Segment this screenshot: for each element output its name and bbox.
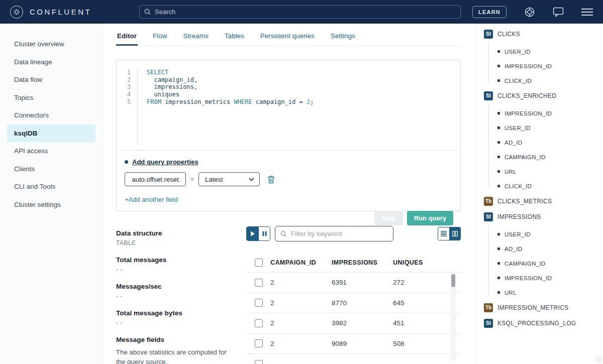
- list-view-icon: [441, 231, 447, 236]
- sidebar-item-data-lineage[interactable]: Data lineage: [7, 53, 95, 71]
- schema-field-campaign_id: CAMPAIGN_ID: [476, 256, 603, 271]
- brand[interactable]: CONFLUENT: [10, 6, 91, 19]
- line-number: 5: [117, 98, 131, 106]
- table-badge: Tb: [484, 303, 493, 312]
- scrollbar-thumb[interactable]: [451, 274, 455, 287]
- pause-button[interactable]: [258, 227, 270, 240]
- schema-item-ksql_processing_log[interactable]: StKSQL_PROCESSING_LOG: [476, 315, 603, 331]
- sidebar-item-cluster-overview[interactable]: Cluster overview: [7, 35, 95, 53]
- sql-editor[interactable]: 12345 SELECT campaign_id, impressions, u…: [117, 60, 460, 146]
- stat-title: Total message bytes: [116, 309, 237, 317]
- table-badge: Tb: [484, 197, 493, 206]
- run-query-button[interactable]: Run query: [407, 211, 453, 225]
- top-navbar: CONFLUENT LEARN: [0, 0, 603, 24]
- schema-field-label: IMPRESSION_ID: [505, 110, 552, 116]
- code-line: campaign_id,: [147, 76, 314, 84]
- property-key-input[interactable]: [125, 172, 186, 186]
- schema-field-label: CAMPAIGN_ID: [505, 261, 546, 267]
- property-value-select[interactable]: Latest: [198, 172, 260, 186]
- field-bullet-icon: [497, 112, 500, 114]
- schema-field-impression_id: IMPRESSION_ID: [476, 106, 603, 120]
- schema-item-clicks_metrics[interactable]: TbCLICKS_METRICS: [476, 193, 603, 209]
- play-pause-toggle: [246, 226, 270, 241]
- code-line: impressions,: [147, 83, 314, 91]
- schema-item-label: CLICKS_ENRICHED: [497, 92, 556, 99]
- help-lifering-icon[interactable]: [524, 7, 535, 18]
- tab-settings[interactable]: Settings: [330, 31, 356, 46]
- schema-item-clicks[interactable]: StCLICKS: [476, 26, 603, 42]
- sidebar-item-cluster-settings[interactable]: Cluster settings: [7, 196, 95, 214]
- table-row: 26391272: [246, 272, 461, 293]
- field-bullet-icon: [497, 248, 500, 250]
- row-checkbox[interactable]: [255, 319, 263, 327]
- sidebar-item-clients[interactable]: Clients: [7, 160, 95, 178]
- property-row: = Latest: [125, 172, 452, 186]
- filter-input[interactable]: [291, 230, 388, 237]
- column-header: UNIQUES: [393, 259, 461, 266]
- field-bullet-icon: [497, 233, 500, 235]
- tab-editor[interactable]: Editor: [116, 31, 138, 46]
- play-button[interactable]: [247, 227, 258, 240]
- schema-item-clicks_enriched[interactable]: StCLICKS_ENRICHED: [476, 88, 603, 103]
- select-all-checkbox[interactable]: [255, 259, 263, 267]
- tab-flow[interactable]: Flow: [152, 31, 168, 46]
- table-cell: 2: [270, 340, 332, 347]
- chat-icon[interactable]: [553, 7, 564, 17]
- equals-sign: =: [190, 176, 194, 183]
- row-checkbox[interactable]: [255, 279, 263, 287]
- table-cell: 9089: [332, 340, 393, 347]
- global-search-input[interactable]: [155, 8, 456, 16]
- schema-sidebar: StCLICKSUSER_IDIMPRESSION_IDCLICK_IDStCL…: [475, 24, 603, 364]
- table-scrollbar[interactable]: [451, 273, 456, 361]
- add-query-properties-link[interactable]: Add query properties: [132, 158, 198, 166]
- search-icon: [280, 230, 287, 237]
- stat-value: - -: [116, 266, 237, 273]
- table-row: 23982451: [246, 313, 461, 333]
- tab-tables[interactable]: Tables: [224, 31, 245, 46]
- row-checkbox[interactable]: [255, 339, 263, 347]
- schema-field-label: URL: [505, 290, 517, 296]
- field-bullet-icon: [497, 291, 500, 294]
- stop-button[interactable]: Stop: [374, 211, 403, 225]
- tab-persistent-queries[interactable]: Persistent queries: [259, 31, 316, 46]
- schema-item-impressions[interactable]: StIMPRESSIONS: [476, 209, 603, 224]
- table-cell: 3982: [332, 319, 393, 327]
- sidebar-item-api-access[interactable]: API access: [7, 142, 95, 160]
- row-checkbox[interactable]: [255, 299, 263, 307]
- table-cell: 2: [270, 319, 332, 327]
- delete-property-icon[interactable]: [267, 175, 275, 184]
- list-view-button[interactable]: [438, 227, 449, 240]
- row-checkbox[interactable]: [255, 360, 263, 364]
- global-search[interactable]: [139, 5, 461, 19]
- sidebar-item-connectors[interactable]: Connectors: [7, 106, 95, 125]
- field-bullet-icon: [497, 277, 500, 279]
- schema-field-label: USER_ID: [505, 125, 531, 131]
- navbar-actions: LEARN: [472, 0, 593, 24]
- add-query-properties[interactable]: Add query properties: [125, 158, 452, 166]
- field-bullet-icon: [497, 141, 500, 144]
- message-fields-title: Message fields: [116, 336, 237, 343]
- field-bullet-icon: [497, 170, 500, 173]
- pause-icon: [262, 231, 267, 236]
- filter-field[interactable]: [275, 226, 393, 241]
- stat-title: Messages/sec: [116, 283, 237, 290]
- sidebar-item-topics[interactable]: Topics: [7, 89, 95, 107]
- table-row-partial: [246, 353, 461, 364]
- hamburger-menu-icon[interactable]: [581, 8, 593, 16]
- line-number: 4: [117, 91, 131, 98]
- schema-field-label: USER_ID: [505, 49, 531, 55]
- line-number-gutter: 12345: [117, 69, 138, 146]
- add-another-field-link[interactable]: +Add another field: [125, 196, 452, 203]
- schema-item-impression_metrics[interactable]: TbIMPRESSION_METRICS: [476, 300, 603, 315]
- column-view-button[interactable]: [449, 227, 460, 240]
- sidebar-item-ksqldb[interactable]: ksqlDB: [7, 125, 95, 143]
- learn-button[interactable]: LEARN: [472, 6, 507, 18]
- stream-badge: St: [484, 319, 493, 328]
- sidebar-item-cli-and-tools[interactable]: CLI and Tools: [7, 178, 95, 196]
- stat-block: Messages/sec- -: [116, 283, 237, 300]
- field-bullet-icon: [497, 50, 500, 53]
- resize-grip-icon[interactable]: [596, 357, 601, 362]
- table-cell: 2: [270, 299, 332, 307]
- sidebar-item-data-flow[interactable]: Data flow: [7, 71, 95, 89]
- tab-streams[interactable]: Streams: [182, 31, 210, 46]
